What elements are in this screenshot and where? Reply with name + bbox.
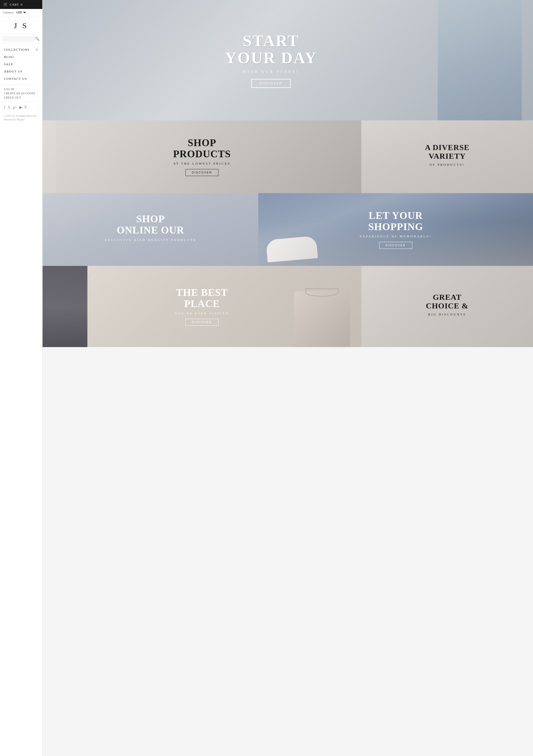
grid-row-3: SHOP ONLINE OUR EXCLUSIVE HIGH QUALITY P… [42, 193, 533, 266]
sidebar-item-collections[interactable]: COLLECTIONS ☰ [0, 46, 42, 53]
sidebar-item-contact[interactable]: CONTACT US [0, 75, 42, 82]
login-link[interactable]: LOG IN [4, 88, 38, 91]
currency-selector[interactable]: Currency: USD EUR GBP [0, 9, 42, 16]
grid-row-4: THE BEST PLACE YOU'VE EVER VISITED DISCO… [42, 266, 533, 347]
diverse-variety-text: A DIVERSE VARIETY OF PRODUCTS! [425, 143, 469, 170]
hero-lace-overlay [438, 0, 522, 121]
best-place-subtitle: YOU'VE EVER VISITED [175, 311, 229, 315]
googleplus-icon[interactable]: g+ [13, 105, 17, 110]
best-place-cell: THE BEST PLACE YOU'VE EVER VISITED DISCO… [42, 266, 361, 347]
shop-products-button[interactable]: DISCOVER [185, 169, 218, 176]
sidebar-item-blog[interactable]: BLOG [0, 53, 42, 61]
let-shopping-subtitle: EXPERIENCE BE MEMORABLE! [360, 234, 432, 238]
currency-dropdown[interactable]: USD EUR GBP [15, 11, 27, 14]
hero-subtitle: WITH OUR STORE! [225, 69, 317, 74]
shop-products-text: SHOP PRODUCTS AT THE LOWEST PRICES DISCO… [173, 137, 231, 176]
sidebar-item-sale[interactable]: SALE [0, 61, 42, 68]
let-shopping-button[interactable]: DISCOVER [379, 242, 412, 249]
best-place-heading: THE BEST PLACE [175, 287, 229, 309]
hero-discover-button[interactable]: DISCOVER [251, 79, 291, 88]
let-shopping-text: LET YOUR SHOPPING EXPERIENCE BE MEMORABL… [360, 210, 432, 249]
shop-products-heading: SHOP PRODUCTS [173, 137, 231, 160]
great-choice-cell: GREAT CHOICE & BIG DISCOUNTS [361, 266, 533, 347]
create-account-link[interactable]: CREATE AN ACCOUNT [4, 92, 38, 95]
cart-icon: 🛒 [3, 2, 8, 7]
best-place-button[interactable]: DISCOVER [185, 319, 218, 326]
checkout-link[interactable]: CHECK OUT [4, 96, 38, 99]
diverse-variety-cell: A DIVERSE VARIETY OF PRODUCTS! [361, 121, 533, 193]
let-shopping-heading: LET YOUR SHOPPING [360, 210, 432, 232]
let-shopping-cell: LET YOUR SHOPPING EXPERIENCE BE MEMORABL… [258, 193, 533, 266]
shop-products-cell: SHOP PRODUCTS AT THE LOWEST PRICES DISCO… [42, 121, 361, 193]
main-nav: COLLECTIONS ☰ BLOG SALE ABOUT US CONTACT… [0, 44, 42, 85]
shop-online-cell: SHOP ONLINE OUR EXCLUSIVE HIGH QUALITY P… [42, 193, 258, 266]
sidebar-footer: © 2015 JS. All Rights Reserved. Powered … [0, 113, 42, 125]
shop-online-heading: SHOP ONLINE OUR [105, 214, 196, 236]
cart-count: 0 [21, 3, 23, 6]
brand-logo[interactable]: J S [0, 16, 42, 35]
search-bar[interactable]: 🔍 [0, 35, 42, 44]
search-icon[interactable]: 🔍 [35, 37, 40, 41]
sidebar-item-about[interactable]: ABOUT US [0, 68, 42, 75]
search-input[interactable] [3, 36, 35, 42]
hero-section: START YOUR DAY WITH OUR STORE! DISCOVER [42, 0, 533, 121]
hero-text: START YOUR DAY WITH OUR STORE! DISCOVER [225, 33, 317, 88]
social-links: f 𝕏 g+ ▶ P [0, 102, 42, 113]
currency-label: Currency: [3, 11, 14, 14]
cart-label: CART [10, 3, 19, 6]
grid-row-2: SHOP PRODUCTS AT THE LOWEST PRICES DISCO… [42, 121, 533, 193]
twitter-icon[interactable]: 𝕏 [8, 105, 11, 110]
youtube-icon[interactable]: ▶ [19, 105, 22, 110]
great-choice-heading: GREAT CHOICE & [426, 293, 468, 310]
shop-products-subtitle: AT THE LOWEST PRICES [173, 162, 231, 165]
facebook-icon[interactable]: f [4, 105, 5, 110]
cart-bar[interactable]: 🛒 CART 0 [0, 0, 42, 9]
auth-links: LOG IN CREATE AN ACCOUNT CHECK OUT [0, 85, 42, 102]
sidebar: 🛒 CART 0 Currency: USD EUR GBP J S 🔍 COL… [0, 0, 42, 756]
diverse-variety-heading: A DIVERSE VARIETY [425, 143, 469, 161]
great-choice-text: GREAT CHOICE & BIG DISCOUNTS [426, 293, 468, 320]
main-content: START YOUR DAY WITH OUR STORE! DISCOVER … [42, 0, 533, 756]
shop-online-subtitle: EXCLUSIVE HIGH QUALITY PRODUCTS [105, 238, 196, 242]
best-place-text: THE BEST PLACE YOU'VE EVER VISITED DISCO… [175, 287, 229, 326]
shop-online-text: SHOP ONLINE OUR EXCLUSIVE HIGH QUALITY P… [105, 214, 196, 245]
great-choice-subtitle: BIG DISCOUNTS [426, 313, 468, 316]
collections-expand-icon: ☰ [36, 48, 39, 51]
pinterest-icon[interactable]: P [25, 105, 27, 110]
diverse-variety-subtitle: OF PRODUCTS! [425, 163, 469, 166]
hero-headline: START YOUR DAY [225, 33, 317, 67]
